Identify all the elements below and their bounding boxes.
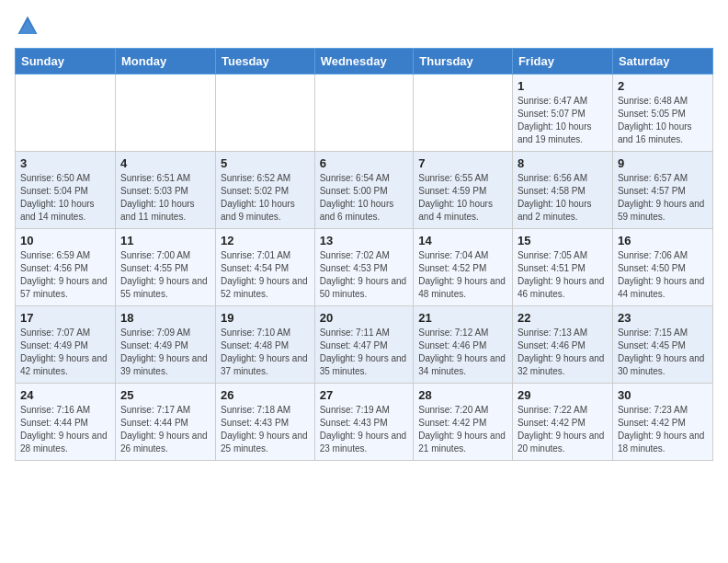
day-info: Sunrise: 7:13 AM Sunset: 4:46 PM Dayligh… — [518, 327, 605, 376]
day-info: Sunrise: 6:48 AM Sunset: 5:05 PM Dayligh… — [618, 96, 692, 144]
calendar-cell: 19Sunrise: 7:10 AM Sunset: 4:48 PM Dayli… — [216, 306, 315, 384]
day-number: 7 — [418, 156, 507, 170]
header-day-sunday: Sunday — [16, 49, 116, 75]
calendar-cell: 11Sunrise: 7:00 AM Sunset: 4:55 PM Dayli… — [116, 229, 216, 306]
calendar-cell: 26Sunrise: 7:18 AM Sunset: 4:43 PM Dayli… — [216, 384, 315, 461]
calendar-cell: 30Sunrise: 7:23 AM Sunset: 4:42 PM Dayli… — [612, 384, 712, 461]
calendar-cell: 23Sunrise: 7:15 AM Sunset: 4:45 PM Dayli… — [612, 306, 712, 384]
calendar-cell: 15Sunrise: 7:05 AM Sunset: 4:51 PM Dayli… — [512, 229, 612, 306]
day-number: 5 — [221, 156, 310, 170]
header-day-thursday: Thursday — [414, 49, 513, 75]
calendar-cell: 16Sunrise: 7:06 AM Sunset: 4:50 PM Dayli… — [612, 229, 712, 306]
calendar-week-5: 24Sunrise: 7:16 AM Sunset: 4:44 PM Dayli… — [16, 384, 713, 461]
day-info: Sunrise: 7:04 AM Sunset: 4:52 PM Dayligh… — [418, 250, 506, 299]
calendar-cell: 2Sunrise: 6:48 AM Sunset: 5:05 PM Daylig… — [612, 75, 712, 152]
day-info: Sunrise: 7:16 AM Sunset: 4:44 PM Dayligh… — [20, 405, 108, 454]
calendar-cell — [16, 75, 116, 152]
logo — [15, 15, 42, 37]
day-number: 28 — [418, 388, 507, 402]
day-info: Sunrise: 6:55 AM Sunset: 4:59 PM Dayligh… — [418, 173, 493, 222]
calendar-cell: 28Sunrise: 7:20 AM Sunset: 4:42 PM Dayli… — [414, 384, 513, 461]
day-number: 21 — [418, 311, 507, 325]
day-info: Sunrise: 7:23 AM Sunset: 4:42 PM Dayligh… — [618, 405, 705, 454]
day-info: Sunrise: 6:50 AM Sunset: 5:04 PM Dayligh… — [20, 173, 95, 222]
calendar-cell: 7Sunrise: 6:55 AM Sunset: 4:59 PM Daylig… — [414, 152, 513, 229]
calendar-cell: 1Sunrise: 6:47 AM Sunset: 5:07 PM Daylig… — [512, 75, 612, 152]
day-info: Sunrise: 7:19 AM Sunset: 4:43 PM Dayligh… — [320, 405, 407, 454]
calendar-cell: 6Sunrise: 6:54 AM Sunset: 5:00 PM Daylig… — [314, 152, 414, 229]
day-info: Sunrise: 7:18 AM Sunset: 4:43 PM Dayligh… — [221, 405, 308, 454]
calendar-cell: 5Sunrise: 6:52 AM Sunset: 5:02 PM Daylig… — [216, 152, 315, 229]
calendar-week-2: 3Sunrise: 6:50 AM Sunset: 5:04 PM Daylig… — [16, 152, 713, 229]
day-number: 29 — [518, 388, 608, 402]
day-info: Sunrise: 7:01 AM Sunset: 4:54 PM Dayligh… — [221, 250, 308, 299]
day-info: Sunrise: 7:02 AM Sunset: 4:53 PM Dayligh… — [320, 250, 407, 299]
calendar-cell: 18Sunrise: 7:09 AM Sunset: 4:49 PM Dayli… — [116, 306, 216, 384]
calendar-week-3: 10Sunrise: 6:59 AM Sunset: 4:56 PM Dayli… — [16, 229, 713, 306]
day-info: Sunrise: 6:51 AM Sunset: 5:03 PM Dayligh… — [120, 173, 195, 222]
calendar-cell — [216, 75, 315, 152]
header-day-saturday: Saturday — [612, 49, 712, 75]
page-header — [15, 15, 713, 37]
day-number: 17 — [20, 311, 110, 325]
calendar-cell: 24Sunrise: 7:16 AM Sunset: 4:44 PM Dayli… — [16, 384, 116, 461]
header-day-tuesday: Tuesday — [216, 49, 315, 75]
day-info: Sunrise: 6:59 AM Sunset: 4:56 PM Dayligh… — [20, 250, 108, 299]
calendar-cell: 8Sunrise: 6:56 AM Sunset: 4:58 PM Daylig… — [512, 152, 612, 229]
calendar-cell: 27Sunrise: 7:19 AM Sunset: 4:43 PM Dayli… — [314, 384, 414, 461]
day-number: 16 — [618, 234, 708, 247]
calendar-cell: 12Sunrise: 7:01 AM Sunset: 4:54 PM Dayli… — [216, 229, 315, 306]
calendar-cell — [116, 75, 216, 152]
header-day-wednesday: Wednesday — [314, 49, 414, 75]
calendar-cell — [414, 75, 513, 152]
calendar-cell: 25Sunrise: 7:17 AM Sunset: 4:44 PM Dayli… — [116, 384, 216, 461]
day-number: 13 — [320, 234, 409, 247]
calendar-cell: 14Sunrise: 7:04 AM Sunset: 4:52 PM Dayli… — [414, 229, 513, 306]
day-number: 19 — [221, 311, 310, 325]
calendar-table: SundayMondayTuesdayWednesdayThursdayFrid… — [15, 48, 713, 461]
day-info: Sunrise: 6:54 AM Sunset: 5:00 PM Dayligh… — [320, 173, 394, 222]
day-number: 11 — [120, 234, 210, 247]
calendar-cell: 3Sunrise: 6:50 AM Sunset: 5:04 PM Daylig… — [16, 152, 116, 229]
day-number: 3 — [20, 156, 110, 170]
day-number: 6 — [320, 156, 409, 170]
calendar-cell: 10Sunrise: 6:59 AM Sunset: 4:56 PM Dayli… — [16, 229, 116, 306]
day-number: 12 — [221, 234, 310, 247]
calendar-cell: 13Sunrise: 7:02 AM Sunset: 4:53 PM Dayli… — [314, 229, 414, 306]
day-info: Sunrise: 7:12 AM Sunset: 4:46 PM Dayligh… — [418, 327, 506, 376]
header-day-monday: Monday — [116, 49, 216, 75]
day-number: 26 — [221, 388, 310, 402]
day-info: Sunrise: 7:05 AM Sunset: 4:51 PM Dayligh… — [518, 250, 605, 299]
day-number: 25 — [120, 388, 210, 402]
calendar-header: SundayMondayTuesdayWednesdayThursdayFrid… — [16, 49, 713, 75]
calendar-cell: 22Sunrise: 7:13 AM Sunset: 4:46 PM Dayli… — [512, 306, 612, 384]
day-info: Sunrise: 7:17 AM Sunset: 4:44 PM Dayligh… — [120, 405, 208, 454]
day-info: Sunrise: 7:10 AM Sunset: 4:48 PM Dayligh… — [221, 327, 308, 376]
logo-icon — [17, 15, 39, 37]
day-info: Sunrise: 7:00 AM Sunset: 4:55 PM Dayligh… — [120, 250, 208, 299]
day-number: 30 — [618, 388, 708, 402]
calendar-cell: 21Sunrise: 7:12 AM Sunset: 4:46 PM Dayli… — [414, 306, 513, 384]
day-number: 23 — [618, 311, 708, 325]
day-info: Sunrise: 6:57 AM Sunset: 4:57 PM Dayligh… — [618, 173, 705, 222]
calendar-body: 1Sunrise: 6:47 AM Sunset: 5:07 PM Daylig… — [16, 75, 713, 461]
calendar-cell: 4Sunrise: 6:51 AM Sunset: 5:03 PM Daylig… — [116, 152, 216, 229]
day-number: 18 — [120, 311, 210, 325]
day-info: Sunrise: 7:15 AM Sunset: 4:45 PM Dayligh… — [618, 327, 705, 376]
day-number: 15 — [518, 234, 608, 247]
calendar-cell: 29Sunrise: 7:22 AM Sunset: 4:42 PM Dayli… — [512, 384, 612, 461]
calendar-cell: 20Sunrise: 7:11 AM Sunset: 4:47 PM Dayli… — [314, 306, 414, 384]
day-number: 20 — [320, 311, 409, 325]
day-number: 8 — [518, 156, 608, 170]
day-info: Sunrise: 7:20 AM Sunset: 4:42 PM Dayligh… — [418, 405, 506, 454]
day-number: 14 — [418, 234, 507, 247]
header-day-friday: Friday — [512, 49, 612, 75]
calendar-week-1: 1Sunrise: 6:47 AM Sunset: 5:07 PM Daylig… — [16, 75, 713, 152]
day-number: 1 — [518, 79, 608, 93]
calendar-cell — [314, 75, 414, 152]
day-number: 4 — [120, 156, 210, 170]
day-number: 24 — [20, 388, 110, 402]
day-number: 22 — [518, 311, 608, 325]
day-info: Sunrise: 6:56 AM Sunset: 4:58 PM Dayligh… — [518, 173, 592, 222]
calendar-cell: 9Sunrise: 6:57 AM Sunset: 4:57 PM Daylig… — [612, 152, 712, 229]
